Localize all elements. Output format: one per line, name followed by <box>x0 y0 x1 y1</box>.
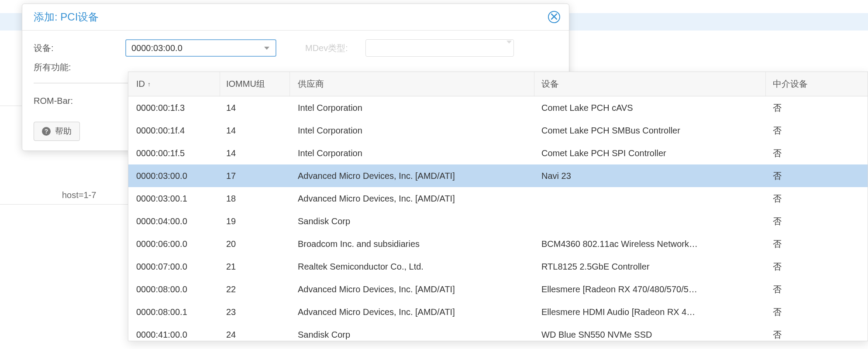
cell-iommu: 17 <box>220 164 290 187</box>
cell-vendor: Advanced Micro Devices, Inc. [AMD/ATI] <box>290 301 534 323</box>
cell-mdev: 否 <box>766 301 823 323</box>
cell-id: 0000:03:00.0 <box>128 164 220 187</box>
cell-vendor: Realtek Semiconductor Co., Ltd. <box>290 255 534 278</box>
cell-id: 0000:08:00.1 <box>128 301 220 323</box>
grid-row[interactable]: 0000:00:1f.514Intel CorporationComet Lak… <box>128 142 868 164</box>
cell-vendor: Sandisk Corp <box>290 210 534 233</box>
cell-device <box>534 210 766 233</box>
column-header-id-label: ID <box>136 79 145 89</box>
cell-vendor: Advanced Micro Devices, Inc. [AMD/ATI] <box>290 278 534 301</box>
cell-mdev: 否 <box>766 323 823 341</box>
cell-id: 0000:00:1f.5 <box>128 142 220 164</box>
cell-iommu: 14 <box>220 142 290 164</box>
cell-vendor: Sandisk Corp <box>290 323 534 341</box>
cell-mdev: 否 <box>766 187 823 210</box>
cell-device: Comet Lake PCH SPI Controller <box>534 142 766 164</box>
cell-id: 0000:07:00.0 <box>128 255 220 278</box>
close-icon <box>551 13 557 22</box>
cell-id: 0000:00:1f.4 <box>128 119 220 142</box>
close-button[interactable] <box>548 11 560 23</box>
cell-iommu: 20 <box>220 233 290 255</box>
cell-vendor: Advanced Micro Devices, Inc. [AMD/ATI] <box>290 187 534 210</box>
mdev-type-label: MDev类型: <box>305 42 348 54</box>
cell-iommu: 23 <box>220 301 290 323</box>
cell-iommu: 14 <box>220 96 290 119</box>
column-header-mdev[interactable]: 中介设备 <box>766 72 823 96</box>
form-row-device: 设备: 0000:03:00.0 MDev类型: <box>34 38 558 58</box>
cell-id: 0000:06:00.0 <box>128 233 220 255</box>
device-dropdown-panel: ID ↑ IOMMU组 供应商 设备 中介设备 0000:00:1f.314In… <box>128 72 868 341</box>
grid-row[interactable]: 0000:03:00.118Advanced Micro Devices, In… <box>128 187 868 210</box>
cell-mdev: 否 <box>766 233 823 255</box>
grid-body[interactable]: 0000:00:1f.314Intel CorporationComet Lak… <box>128 96 868 341</box>
cell-vendor: Intel Corporation <box>290 142 534 164</box>
cell-device: Comet Lake PCH cAVS <box>534 96 766 119</box>
cell-mdev: 否 <box>766 278 823 301</box>
cell-iommu: 19 <box>220 210 290 233</box>
cell-device: Comet Lake PCH SMBus Controller <box>534 119 766 142</box>
cell-mdev: 否 <box>766 96 823 119</box>
device-combobox-value: 0000:03:00.0 <box>131 43 183 53</box>
cell-mdev: 否 <box>766 142 823 164</box>
help-icon: ? <box>42 127 51 136</box>
cell-vendor: Intel Corporation <box>290 96 534 119</box>
grid-row[interactable]: 0000:03:00.017Advanced Micro Devices, In… <box>128 164 868 187</box>
cell-device <box>534 187 766 210</box>
cell-iommu: 24 <box>220 323 290 341</box>
cell-vendor: Broadcom Inc. and subsidiaries <box>290 233 534 255</box>
grid-row[interactable]: 0000:41:00.024Sandisk CorpWD Blue SN550 … <box>128 323 868 341</box>
rom-bar-label: ROM-Bar: <box>34 96 117 106</box>
dialog-title: 添加: PCI设备 <box>34 10 99 24</box>
grid-row[interactable]: 0000:06:00.020Broadcom Inc. and subsidia… <box>128 233 868 255</box>
device-label: 设备: <box>34 42 117 54</box>
cell-mdev: 否 <box>766 164 823 187</box>
all-functions-label: 所有功能: <box>34 62 117 73</box>
help-button[interactable]: ? 帮助 <box>34 122 80 141</box>
cell-device: RTL8125 2.5GbE Controller <box>534 255 766 278</box>
cell-id: 0000:00:1f.3 <box>128 96 220 119</box>
help-button-label: 帮助 <box>55 126 72 137</box>
chevron-down-icon <box>264 47 269 50</box>
combobox-trigger-disabled <box>506 44 512 53</box>
dialog-header: 添加: PCI设备 <box>22 4 569 31</box>
cell-id: 0000:08:00.0 <box>128 278 220 301</box>
cell-iommu: 14 <box>220 119 290 142</box>
cell-device: WD Blue SN550 NVMe SSD <box>534 323 766 341</box>
combobox-trigger[interactable] <box>259 41 275 55</box>
cell-device: Ellesmere HDMI Audio [Radeon RX 4… <box>534 301 766 323</box>
background-text: host=1-7 <box>62 190 96 200</box>
column-header-id[interactable]: ID ↑ <box>128 72 220 96</box>
cell-iommu: 18 <box>220 187 290 210</box>
device-combobox[interactable]: 0000:03:00.0 <box>125 39 276 57</box>
column-header-device[interactable]: 设备 <box>534 72 766 96</box>
cell-device: Navi 23 <box>534 164 766 187</box>
grid-row[interactable]: 0000:07:00.021Realtek Semiconductor Co.,… <box>128 255 868 278</box>
grid-row[interactable]: 0000:08:00.022Advanced Micro Devices, In… <box>128 278 868 301</box>
column-header-iommu[interactable]: IOMMU组 <box>220 72 290 96</box>
sort-ascending-icon: ↑ <box>148 81 151 88</box>
grid-row[interactable]: 0000:00:1f.314Intel CorporationComet Lak… <box>128 96 868 119</box>
grid-row[interactable]: 0000:04:00.019Sandisk Corp否 <box>128 210 868 233</box>
mdev-type-combobox <box>365 39 514 57</box>
cell-iommu: 22 <box>220 278 290 301</box>
cell-mdev: 否 <box>766 119 823 142</box>
cell-device: BCM4360 802.11ac Wireless Network… <box>534 233 766 255</box>
cell-device: Ellesmere [Radeon RX 470/480/570/5… <box>534 278 766 301</box>
chevron-down-icon <box>506 41 512 52</box>
cell-id: 0000:03:00.1 <box>128 187 220 210</box>
cell-iommu: 21 <box>220 255 290 278</box>
cell-vendor: Advanced Micro Devices, Inc. [AMD/ATI] <box>290 164 534 187</box>
cell-id: 0000:41:00.0 <box>128 323 220 341</box>
grid-row[interactable]: 0000:08:00.123Advanced Micro Devices, In… <box>128 301 868 323</box>
grid-row[interactable]: 0000:00:1f.414Intel CorporationComet Lak… <box>128 119 868 142</box>
cell-mdev: 否 <box>766 255 823 278</box>
cell-id: 0000:04:00.0 <box>128 210 220 233</box>
cell-vendor: Intel Corporation <box>290 119 534 142</box>
column-header-vendor[interactable]: 供应商 <box>290 72 534 96</box>
grid-header: ID ↑ IOMMU组 供应商 设备 中介设备 <box>128 72 868 96</box>
cell-mdev: 否 <box>766 210 823 233</box>
